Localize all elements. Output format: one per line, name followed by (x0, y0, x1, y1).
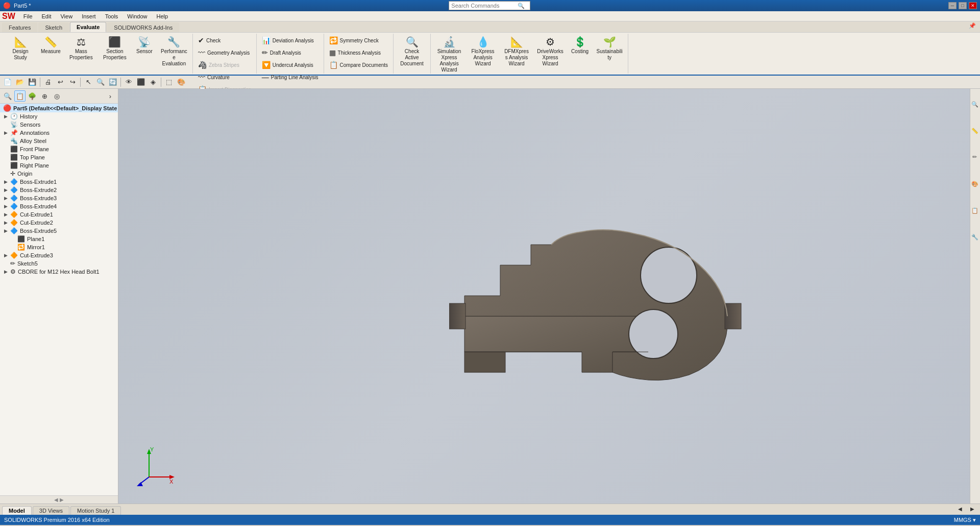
tree-item-label: Front Plane (20, 146, 49, 152)
sustainability-button[interactable]: 🌱 Sustainability (593, 35, 626, 63)
geometry-label: Geometry Analysis (207, 50, 250, 56)
tree-item-right-plane[interactable]: ⬛Right Plane (0, 161, 118, 170)
menu-item-window[interactable]: Window (123, 12, 151, 20)
tb-new[interactable]: 📄 (2, 77, 13, 88)
tab-addins[interactable]: SOLIDWORKS Add-Ins (107, 22, 179, 32)
undercut-analysis-button[interactable]: 🔽 Undercut Analysis (259, 59, 316, 70)
close-button[interactable]: ✕ (969, 2, 977, 9)
status-right[interactable]: MMGS ▾ (954, 517, 976, 523)
tree-item-front-plane[interactable]: ⬛Front Plane (0, 145, 118, 153)
search-box[interactable]: 🔍 (449, 1, 530, 10)
bottom-nav-left[interactable]: ◀ (954, 503, 966, 514)
viewport[interactable]: Y X (118, 89, 970, 504)
rp-dimension[interactable]: 📏 (971, 117, 980, 143)
tab-features[interactable]: Features (2, 22, 37, 32)
section-properties-button[interactable]: ⬛ Section Properties (99, 35, 131, 63)
tb-appearance[interactable]: 🎨 (176, 77, 187, 88)
tree-item-cut-extrude3[interactable]: ▶🔶Cut-Extrude3 (0, 251, 118, 259)
tree-item-boss-extrude3[interactable]: ▶🔷Boss-Extrude3 (0, 194, 118, 202)
tb-zoom[interactable]: 🔍 (95, 77, 106, 88)
draft-label: Draft Analysis (270, 50, 301, 56)
symmetry-check-button[interactable]: 🔁 Symmetry Check (326, 35, 382, 46)
rp-view-settings[interactable]: 🔍 (971, 91, 980, 116)
tree-item-cbore-for-m12-hex-head-bolt1[interactable]: ▶⚙CBORE for M12 Hex Head Bolt1 (0, 268, 118, 276)
tree-item-plane1[interactable]: ⬛Plane1 (0, 235, 118, 243)
tab-evaluate[interactable]: Evaluate (70, 22, 106, 32)
tree-item-cut-extrude1[interactable]: ▶🔶Cut-Extrude1 (0, 210, 118, 219)
tree-root[interactable]: 🔴 Part5 (Default<<Default>_Display State (0, 104, 118, 112)
geometry-analysis-button[interactable]: 〰 Geometry Analysis (195, 47, 253, 58)
minimize-button[interactable]: ─ (948, 2, 957, 9)
costing-button[interactable]: 💲 Costing (568, 35, 592, 57)
tree-item-alloy-steel[interactable]: 🔩Alloy Steel (0, 137, 118, 145)
rp-properties[interactable]: 📋 (971, 197, 980, 223)
bottom-nav-right[interactable]: ▶ (967, 503, 978, 514)
tree-item-top-plane[interactable]: ⬛Top Plane (0, 153, 118, 161)
floxpress-button[interactable]: 💧 FloXpress Analysis Wizard (467, 35, 499, 69)
tree-item-annotations[interactable]: ▶📌Annotations (0, 129, 118, 137)
tab-model[interactable]: Model (2, 506, 32, 515)
sensor-button[interactable]: 📡 Sensor (132, 35, 157, 57)
tree-expand-btn[interactable]: › (105, 90, 116, 102)
tab-sketch[interactable]: Sketch (38, 22, 69, 32)
dfmxpress-button[interactable]: 📐 DFMXpress Analysis Wizard (500, 35, 533, 69)
parting-line-button[interactable]: — Parting Line Analysis (259, 71, 322, 83)
menu-item-view[interactable]: View (56, 12, 77, 20)
rp-tools[interactable]: 🔧 (971, 224, 980, 249)
tree-item-origin[interactable]: ✛Origin (0, 170, 118, 178)
tree-item-history[interactable]: ▶🕐History (0, 112, 118, 121)
mass-properties-button[interactable]: ⚖ Mass Properties (65, 35, 97, 63)
tb-open[interactable]: 📂 (14, 77, 26, 88)
tb-orientation[interactable]: ⬛ (135, 77, 146, 88)
tree-scroll-bar[interactable]: ◀ ▶ (0, 495, 118, 504)
tree-list-btn[interactable]: 📋 (14, 90, 26, 102)
deviation-analysis-button[interactable]: 📊 Deviation Analysis (259, 35, 317, 46)
tree-item-boss-extrude1[interactable]: ▶🔷Boss-Extrude1 (0, 178, 118, 186)
check-active-doc-button[interactable]: 🔍 Check Active Document (396, 35, 428, 69)
tree-item-sketch5[interactable]: ✏Sketch5 (0, 259, 118, 268)
tree-item-boss-extrude5[interactable]: ▶🔷Boss-Extrude5 (0, 227, 118, 235)
tb-save[interactable]: 💾 (27, 77, 38, 88)
rp-color[interactable]: 🎨 (971, 171, 980, 196)
tab-3d-views[interactable]: 3D Views (33, 506, 69, 515)
tree-item-sensors[interactable]: 📡Sensors (0, 121, 118, 129)
draft-analysis-button[interactable]: ✏ Draft Analysis (259, 47, 304, 58)
design-study-button[interactable]: 📐 Design Study (4, 35, 37, 63)
tb-display[interactable]: ◈ (148, 77, 159, 88)
tree-tree-btn[interactable]: 🌳 (27, 90, 38, 102)
thickness-analysis-button[interactable]: ▦ Thickness Analysis (326, 47, 384, 58)
tb-undo[interactable]: ↩ (55, 77, 66, 88)
tree-filter-btn[interactable]: 🔍 (2, 90, 13, 102)
menu-item-help[interactable]: Help (152, 12, 172, 20)
tree-item-boss-extrude2[interactable]: ▶🔷Boss-Extrude2 (0, 186, 118, 194)
search-input[interactable] (451, 3, 518, 9)
pin-button[interactable]: 📌 (967, 20, 978, 31)
check-button[interactable]: ✔ Check (195, 35, 224, 46)
curvature-button[interactable]: 〰 Curvature (195, 71, 233, 83)
tb-print[interactable]: 🖨 (42, 77, 54, 88)
rp-sketch[interactable]: ✏ (971, 144, 980, 170)
tb-view[interactable]: 👁 (123, 77, 134, 88)
tb-redo[interactable]: ↪ (67, 77, 78, 88)
tree-item-label: Top Plane (20, 154, 45, 160)
simulationxpress-button[interactable]: 🔬 SimulationXpress Analysis Wizard (433, 35, 465, 75)
zebra-stripes-button[interactable]: 🦓 Zebra Stripes (195, 59, 242, 70)
tab-motion-study[interactable]: Motion Study 1 (70, 506, 121, 515)
menu-item-tools[interactable]: Tools (101, 12, 122, 20)
tb-rotate[interactable]: 🔄 (107, 77, 118, 88)
tree-add-btn[interactable]: ⊕ (39, 90, 50, 102)
compare-docs-button[interactable]: 📋 Compare Documents (326, 59, 391, 70)
tree-item-cut-extrude2[interactable]: ▶🔶Cut-Extrude2 (0, 219, 118, 227)
tb-select[interactable]: ↖ (83, 77, 94, 88)
measure-button[interactable]: 📏 Measure (38, 35, 64, 57)
performance-eval-button[interactable]: 🔧 Performance Evaluation (158, 35, 190, 69)
menu-item-file[interactable]: File (19, 12, 37, 20)
tree-item-boss-extrude4[interactable]: ▶🔷Boss-Extrude4 (0, 202, 118, 210)
menu-item-insert[interactable]: Insert (78, 12, 100, 20)
tree-item-mirror1[interactable]: 🔁Mirror1 (0, 243, 118, 251)
menu-item-edit[interactable]: Edit (38, 12, 56, 20)
tb-section[interactable]: ⬚ (163, 77, 175, 88)
driveworks-button[interactable]: ⚙ DriveWorksXpress Wizard (534, 35, 567, 69)
tree-circle-btn[interactable]: ◎ (51, 90, 62, 102)
maximize-button[interactable]: □ (959, 2, 967, 9)
